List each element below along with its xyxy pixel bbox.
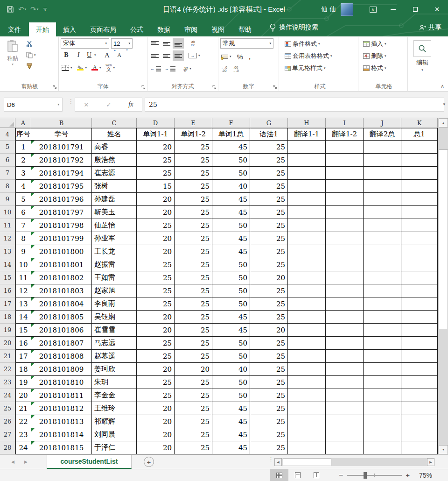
underline-dropdown-icon[interactable]: ▾ bbox=[94, 53, 96, 57]
grid-cell[interactable]: 14 bbox=[15, 311, 31, 324]
grid-cell[interactable] bbox=[364, 180, 401, 193]
grid-cell[interactable]: 5 bbox=[15, 193, 31, 206]
accounting-format-button[interactable]: ▾ bbox=[220, 51, 232, 62]
row-header-6[interactable]: 6 bbox=[0, 154, 15, 167]
grid-cell[interactable]: 25 bbox=[137, 219, 175, 232]
grid-cell[interactable] bbox=[326, 219, 364, 232]
bottom-align-button[interactable] bbox=[173, 38, 184, 49]
sheet-next-button[interactable]: ▶ bbox=[24, 455, 28, 469]
grid-cell[interactable]: 单词1-2 bbox=[175, 128, 212, 141]
grid-cell[interactable]: 50 bbox=[212, 167, 250, 180]
middle-align-button[interactable] bbox=[161, 38, 172, 49]
grid-cell[interactable]: 王如雷 bbox=[92, 271, 137, 284]
grid-cell[interactable]: 2018101803 bbox=[31, 284, 92, 297]
grid-cell[interactable]: 2018101814 bbox=[31, 428, 92, 441]
grid-cell[interactable] bbox=[364, 284, 401, 297]
grid-cell[interactable]: 25 bbox=[175, 271, 212, 284]
tell-me-search[interactable]: 操作说明搜索 bbox=[270, 19, 318, 36]
grid-cell[interactable]: 2018101804 bbox=[31, 297, 92, 311]
decrease-font-size-button[interactable]: A▾ bbox=[114, 50, 125, 60]
grid-cell[interactable] bbox=[288, 271, 326, 284]
grid-cell[interactable]: 8 bbox=[15, 232, 31, 245]
conditional-formatting-button[interactable]: 条件格式▾ bbox=[284, 38, 356, 50]
grid-cell[interactable]: 15 bbox=[15, 324, 31, 337]
user-avatar[interactable] bbox=[341, 3, 353, 16]
grid-cell[interactable]: 50 bbox=[212, 376, 250, 389]
grid-cell[interactable]: 20 bbox=[175, 363, 212, 376]
share-button[interactable]: 共享 bbox=[419, 19, 441, 36]
format-cells-button[interactable]: 格式▾ bbox=[362, 63, 406, 74]
grid-cell[interactable] bbox=[326, 245, 364, 258]
font-color-button[interactable]: A ▾ bbox=[91, 62, 102, 73]
expand-formula-bar-button[interactable]: ▾ bbox=[443, 102, 445, 106]
grid-cell[interactable]: 25 bbox=[175, 350, 212, 363]
grid-cell[interactable] bbox=[364, 141, 401, 154]
row-header-18[interactable]: 18 bbox=[0, 311, 15, 324]
font-size-combo[interactable]: 12▾ bbox=[111, 38, 133, 49]
grid-cell[interactable] bbox=[401, 363, 438, 376]
grid-cell[interactable]: 15 bbox=[137, 180, 175, 193]
grid-cell[interactable]: 9 bbox=[15, 245, 31, 258]
align-center-button[interactable] bbox=[161, 50, 172, 61]
grid-cell[interactable]: 11 bbox=[15, 271, 31, 284]
grid-cell[interactable]: 25 bbox=[175, 258, 212, 271]
grid-cell[interactable]: 2018101806 bbox=[31, 324, 92, 337]
grid-cell[interactable]: 吴钰娴 bbox=[92, 311, 137, 324]
grid-cell[interactable] bbox=[288, 376, 326, 389]
row-header-4[interactable]: 4 bbox=[0, 128, 15, 141]
cut-button[interactable] bbox=[25, 38, 37, 50]
grid-cell[interactable]: 45 bbox=[212, 232, 250, 245]
column-header-H[interactable]: H bbox=[288, 118, 326, 128]
grid-cell[interactable]: 高睿 bbox=[92, 141, 137, 154]
grid-cell[interactable]: 孙建磊 bbox=[92, 193, 137, 206]
grid-cell[interactable] bbox=[364, 324, 401, 337]
grid-cell[interactable]: 25 bbox=[175, 284, 212, 297]
grid-cell[interactable]: 23 bbox=[15, 428, 31, 441]
grid-cell[interactable]: 25 bbox=[250, 337, 288, 350]
grid-cell[interactable]: 45 bbox=[212, 245, 250, 258]
grid-cell[interactable]: 45 bbox=[212, 324, 250, 337]
grid-cell[interactable] bbox=[401, 324, 438, 337]
grid-cell[interactable]: 25 bbox=[250, 415, 288, 428]
save-button[interactable] bbox=[7, 6, 14, 13]
grid-cell[interactable]: 孙业军 bbox=[92, 232, 137, 245]
grid-cell[interactable] bbox=[401, 402, 438, 415]
sheet-prev-button[interactable]: ◀ bbox=[11, 455, 14, 469]
grid-cell[interactable] bbox=[401, 284, 438, 297]
grid-cell[interactable] bbox=[326, 180, 364, 193]
grid-cell[interactable]: 4 bbox=[15, 180, 31, 193]
grid-cell[interactable]: 赵家旭 bbox=[92, 284, 137, 297]
grid-cell[interactable] bbox=[364, 415, 401, 428]
grid-cell[interactable]: 2018101802 bbox=[31, 271, 92, 284]
grid-cell[interactable]: 25 bbox=[137, 167, 175, 180]
scroll-down-button[interactable]: ▾ bbox=[439, 445, 448, 454]
grid-cell[interactable]: 20 bbox=[137, 415, 175, 428]
grid-cell[interactable]: 20 bbox=[137, 141, 175, 154]
grid-cell[interactable]: 马志远 bbox=[92, 337, 137, 350]
delete-cells-button[interactable]: ×删除▾ bbox=[362, 50, 406, 62]
grid-cell[interactable] bbox=[326, 350, 364, 363]
grid-cell[interactable] bbox=[288, 441, 326, 454]
grid-cell[interactable]: 25 bbox=[175, 324, 212, 337]
grid-cell[interactable]: 1 bbox=[15, 141, 31, 154]
grid-cell[interactable]: 2018101808 bbox=[31, 350, 92, 363]
grid-cell[interactable]: 25 bbox=[250, 389, 288, 402]
grid-cell[interactable] bbox=[364, 363, 401, 376]
underline-button[interactable]: U bbox=[85, 50, 93, 60]
grid-cell[interactable] bbox=[401, 297, 438, 311]
grid-cell[interactable]: 50 bbox=[212, 284, 250, 297]
grid-cell[interactable] bbox=[401, 219, 438, 232]
grid-cell[interactable]: 45 bbox=[212, 428, 250, 441]
normal-view-button[interactable] bbox=[270, 469, 288, 481]
row-header-21[interactable]: 21 bbox=[0, 350, 15, 363]
grid-cell[interactable] bbox=[288, 363, 326, 376]
grid-cell[interactable]: 2018101797 bbox=[31, 206, 92, 219]
grid-cell[interactable] bbox=[364, 245, 401, 258]
grid-cell[interactable] bbox=[364, 206, 401, 219]
grid-cell[interactable] bbox=[401, 376, 438, 389]
grid-cell[interactable]: 25 bbox=[175, 402, 212, 415]
grid-cell[interactable]: 翻译1-1 bbox=[288, 128, 326, 141]
zoom-slider[interactable] bbox=[347, 475, 402, 476]
grid-cell[interactable]: 25 bbox=[250, 167, 288, 180]
tab-file[interactable]: 文件 bbox=[0, 22, 29, 36]
